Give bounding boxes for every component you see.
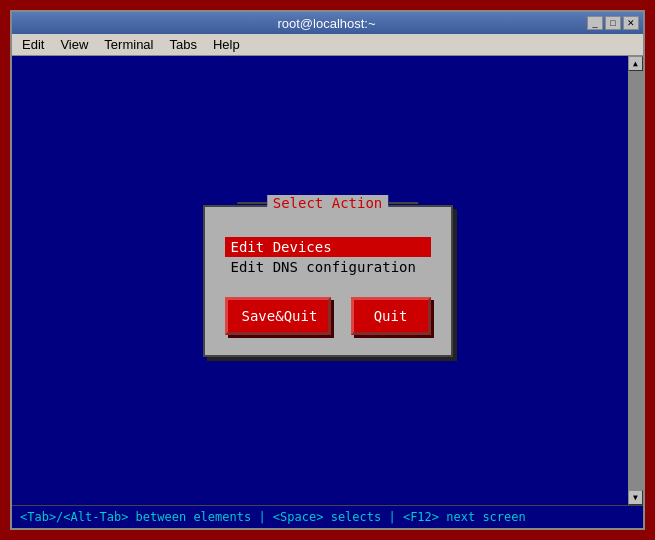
dialog-buttons: Save&Quit Quit — [225, 297, 431, 335]
titlebar: root@localhost:~ _ □ ✕ — [12, 12, 643, 34]
maximize-button[interactable]: □ — [605, 16, 621, 30]
scroll-down-button[interactable]: ▼ — [628, 490, 643, 505]
statusbar: <Tab>/<Alt-Tab> between elements | <Spac… — [12, 505, 643, 528]
menu-view[interactable]: View — [54, 35, 94, 54]
menu-terminal[interactable]: Terminal — [98, 35, 159, 54]
menu-item-edit-devices[interactable]: Edit Devices — [225, 237, 431, 257]
terminal-area: ▲ ▼ Select Action Edit Devices Edit DNS … — [12, 56, 643, 505]
dialog-title-wrapper: Select Action — [237, 195, 419, 211]
statusbar-text: <Tab>/<Alt-Tab> between elements | <Spac… — [20, 510, 526, 524]
menu-help[interactable]: Help — [207, 35, 246, 54]
dialog-title: Select Action — [267, 195, 389, 211]
minimize-button[interactable]: _ — [587, 16, 603, 30]
menu-tabs[interactable]: Tabs — [163, 35, 202, 54]
terminal-window: root@localhost:~ _ □ ✕ Edit View Termina… — [10, 10, 645, 530]
select-action-dialog: Select Action Edit Devices Edit DNS conf… — [203, 205, 453, 357]
close-button[interactable]: ✕ — [623, 16, 639, 30]
scroll-track — [628, 71, 643, 490]
title-line-right — [388, 202, 418, 204]
menubar: Edit View Terminal Tabs Help — [12, 34, 643, 56]
window-title: root@localhost:~ — [66, 16, 587, 31]
dialog-menu: Edit Devices Edit DNS configuration — [225, 237, 431, 277]
menu-edit[interactable]: Edit — [16, 35, 50, 54]
title-line-left — [237, 202, 267, 204]
titlebar-buttons: _ □ ✕ — [587, 16, 639, 30]
scrollbar: ▲ ▼ — [628, 56, 643, 505]
save-quit-button[interactable]: Save&Quit — [225, 297, 331, 335]
quit-button[interactable]: Quit — [351, 297, 431, 335]
menu-item-edit-dns[interactable]: Edit DNS configuration — [225, 257, 431, 277]
scroll-up-button[interactable]: ▲ — [628, 56, 643, 71]
